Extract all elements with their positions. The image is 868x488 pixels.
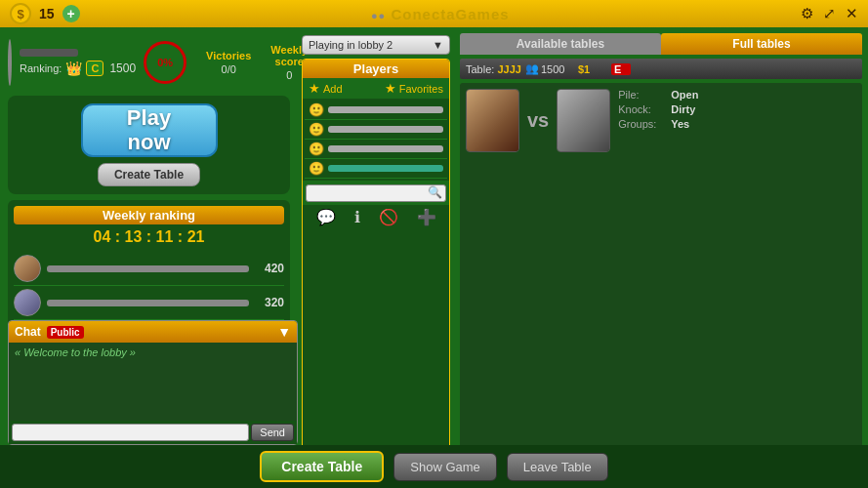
close-icon[interactable]: ✕: [846, 5, 858, 22]
table-e-badge: E: [611, 63, 631, 75]
player-name-bar-3: [328, 145, 443, 152]
players-header: Players: [303, 60, 449, 78]
full-tables-tab[interactable]: Full tables: [661, 33, 862, 55]
available-tables-tab[interactable]: Available tables: [460, 33, 661, 55]
rating-icon: 👥: [525, 62, 539, 75]
add-star-icon: ★: [309, 81, 320, 96]
player-name-bar-4: [328, 165, 443, 172]
player-action-icons: 💬 ℹ 🚫 ➕: [303, 205, 449, 229]
player-card-img-1: [467, 90, 519, 152]
table-detail: vs Pile: Open Knock: Dirty Groups:: [460, 83, 862, 158]
middle-panel: Playing in lobby 2 ▼ Players ★ Add ★ Fav…: [298, 27, 454, 488]
victories-value: 0/0: [206, 63, 251, 75]
ranking-area: Ranking: 👑 C 1500: [20, 61, 136, 76]
chat-player-icon[interactable]: 💬: [316, 208, 336, 226]
rank-name-2: [47, 300, 249, 306]
resize-icon[interactable]: ⤢: [823, 5, 836, 22]
lobby-select-label: Playing in lobby 2: [309, 39, 393, 51]
chat-header: Chat Public ▼: [9, 321, 297, 343]
add-player-icon[interactable]: ➕: [417, 208, 436, 226]
player-list: 🙂 🙂 🙂 🙂: [303, 99, 449, 181]
main-area: Ranking: 👑 C 1500 0% Victories 0/0 We: [0, 27, 868, 488]
chat-public-badge: Public: [47, 326, 84, 339]
chat-messages: « Welcome to the lobby »: [9, 343, 297, 421]
player-search-input[interactable]: [306, 184, 446, 202]
player-row: 🙂: [305, 159, 447, 179]
chat-title: Chat: [15, 325, 41, 339]
chat-toggle-button[interactable]: ▼: [277, 324, 291, 340]
table-id-label: Table: JJJJ: [466, 63, 521, 75]
top-bar-left: $ 15 +: [10, 3, 80, 24]
player-name-bar-1: [328, 106, 443, 113]
favorites-button[interactable]: ★ Favorites: [385, 81, 443, 96]
weekly-timer: 04 : 13 : 11 : 21: [14, 228, 284, 246]
player-status-2: 🙂: [309, 122, 324, 137]
weekly-ranking-title: Weekly ranking: [14, 206, 284, 224]
avatar: [8, 39, 12, 86]
coin-icon: $: [10, 3, 31, 24]
player-card-img-2: [558, 90, 610, 152]
chat-area: Chat Public ▼ « Welcome to the lobby » S…: [8, 320, 298, 445]
coins-display: 15: [39, 6, 55, 21]
ranking-row-1: 420: [14, 252, 284, 286]
groups-label: Groups:: [618, 118, 667, 130]
player-row: 🙂: [305, 101, 447, 120]
info-player-icon[interactable]: ℹ: [354, 208, 360, 226]
player-status-1: 🙂: [309, 102, 324, 117]
play-now-button[interactable]: Play now: [81, 103, 218, 157]
groups-value: Yes: [671, 118, 689, 130]
knock-value: Dirty: [671, 103, 695, 115]
search-icon: 🔍: [428, 185, 442, 199]
groups-row: Groups: Yes: [618, 118, 698, 130]
crown-icon: 👑: [65, 61, 82, 76]
show-game-button[interactable]: Show Game: [393, 453, 497, 481]
victories-stat: Victories 0/0: [206, 50, 251, 75]
pile-row: Pile: Open: [618, 89, 698, 101]
player-row: 🙂: [305, 140, 447, 159]
profile-info: Ranking: 👑 C 1500: [20, 49, 136, 76]
rank-name-1: [47, 265, 249, 272]
rank-number: 1500: [109, 61, 136, 75]
percent-stat: 0%: [144, 41, 186, 84]
vs-text: vs: [527, 109, 549, 132]
leave-table-button[interactable]: Leave Table: [507, 453, 608, 481]
chat-welcome-message: « Welcome to the lobby »: [15, 346, 291, 358]
tables-tabs: Available tables Full tables: [460, 33, 862, 55]
pile-label: Pile:: [618, 89, 667, 101]
add-coins-button[interactable]: +: [62, 5, 80, 22]
lobby-dropdown-icon: ▼: [433, 39, 443, 51]
username-bar: [20, 49, 78, 57]
favorites-star-icon: ★: [385, 81, 396, 96]
percent-circle: 0%: [144, 41, 186, 84]
bottom-bar: Create Table Show Game Leave Table: [0, 445, 868, 488]
add-player-button[interactable]: ★ Add: [309, 81, 343, 96]
top-bar: $ 15 + ●● ConectaGames ⚙ ⤢ ✕: [0, 0, 868, 27]
player-card-1: [466, 89, 519, 152]
player-status-4: 🙂: [309, 161, 324, 176]
knock-label: Knock:: [618, 103, 667, 115]
block-player-icon[interactable]: 🚫: [379, 208, 398, 226]
create-table-main-button[interactable]: Create Table: [260, 451, 384, 482]
rank-score-1: 420: [255, 262, 284, 275]
table-bet: $1: [578, 63, 607, 75]
players-actions: ★ Add ★ Favorites: [303, 78, 449, 99]
top-bar-right: ⚙ ⤢ ✕: [801, 5, 858, 22]
table-info: Pile: Open Knock: Dirty Groups: Yes: [618, 89, 698, 152]
rank-score-2: 320: [255, 296, 284, 309]
settings-icon[interactable]: ⚙: [801, 5, 813, 22]
ranking-row-2: 320: [14, 286, 284, 320]
create-table-left-button[interactable]: Create Table: [98, 163, 200, 186]
knock-row: Knock: Dirty: [618, 103, 698, 115]
ranking-label: Ranking:: [20, 62, 62, 74]
pile-value: Open: [671, 89, 698, 101]
table-row-header: Table: JJJJ 👥 1500 $1 E: [460, 59, 862, 79]
chat-input[interactable]: [12, 424, 249, 441]
rank-avatar-1: [14, 255, 41, 282]
chat-send-button[interactable]: Send: [251, 424, 294, 441]
table-rating: 👥 1500: [525, 62, 574, 75]
player-status-3: 🙂: [309, 142, 324, 156]
lobby-select[interactable]: Playing in lobby 2 ▼: [302, 35, 450, 55]
chat-input-area: Send: [9, 421, 297, 444]
player-card-2: [557, 89, 610, 152]
rank-avatar-2: [14, 289, 41, 316]
